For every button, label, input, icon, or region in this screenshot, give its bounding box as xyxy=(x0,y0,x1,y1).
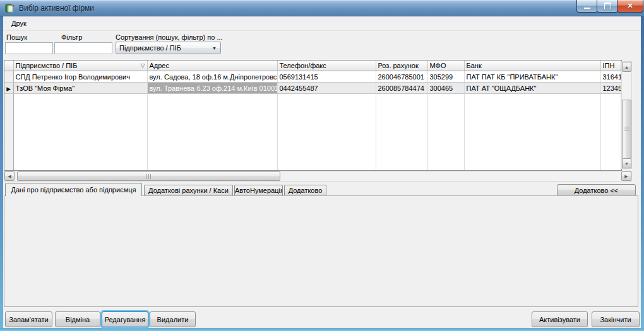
vertical-scrollbar[interactable]: ▲ ▼ xyxy=(621,61,632,169)
scroll-right-icon: ▶ xyxy=(624,174,628,179)
edit-button[interactable]: Редагування xyxy=(102,311,148,327)
col-header-address[interactable]: Адрес xyxy=(147,61,277,71)
activate-button[interactable]: Активізувати xyxy=(532,311,588,327)
scroll-up-icon: ▲ xyxy=(624,65,629,69)
col-header-bank[interactable]: Банк xyxy=(464,61,600,71)
filter-label: Фільтр xyxy=(61,33,82,41)
cell-account[interactable]: 260085784474 xyxy=(376,83,427,94)
tab-company-data[interactable]: Дані про підприємство або підприємця xyxy=(5,183,142,196)
cell-phone[interactable]: 0569131415 xyxy=(277,71,376,83)
scroll-left-icon: ◀ xyxy=(8,174,11,179)
cancel-button[interactable]: Відміна xyxy=(55,311,100,327)
scroll-right-button[interactable]: ▶ xyxy=(621,171,631,181)
col-header-phone[interactable]: Телефон/факс xyxy=(277,61,376,71)
finish-button[interactable]: Закінчити xyxy=(592,311,640,327)
title-bar[interactable]: Вибір активної фірми ✕ xyxy=(0,0,644,16)
cell-name[interactable]: ТзОВ "Моя Фірма" xyxy=(13,83,147,94)
window-title: Вибір активної фірми xyxy=(19,4,94,13)
col-header-account[interactable]: Роз. рахунок xyxy=(376,61,427,71)
thumb-grip-icon xyxy=(624,127,629,132)
current-row-marker-icon: ▶ xyxy=(6,86,11,92)
row-selector-cell: ▶ xyxy=(4,83,13,94)
company-details-panel xyxy=(4,195,638,307)
delete-button[interactable]: Видалити xyxy=(150,311,196,327)
sort-combobox[interactable]: Підприємство / ПІБ ▼ xyxy=(116,42,221,54)
sort-label: Сортування (пошук, фільтр) по ... xyxy=(116,33,223,41)
scroll-down-icon: ▼ xyxy=(624,161,629,166)
col-header-name[interactable]: Підприємство / ПІБ ▽ xyxy=(13,61,147,71)
horizontal-scrollbar-thumb[interactable] xyxy=(17,171,280,181)
maximize-icon xyxy=(604,3,611,9)
cell-phone[interactable]: 0442455487 xyxy=(277,83,376,94)
tab-autonumbering[interactable]: АвтоНумерація xyxy=(234,185,283,195)
sort-combobox-value: Підприємство / ПІБ xyxy=(119,44,181,52)
col-header-ipn[interactable]: ІПН xyxy=(600,61,621,71)
cell-mfo[interactable]: 300465 xyxy=(427,83,464,94)
menu-bar: Друк xyxy=(3,17,641,31)
close-button[interactable]: ✕ xyxy=(617,0,643,13)
scroll-up-button[interactable]: ▲ xyxy=(622,62,631,72)
thumb-grip-icon xyxy=(146,174,152,179)
horizontal-scrollbar[interactable]: ◀ ▶ xyxy=(4,171,632,182)
minimize-icon xyxy=(584,8,590,9)
window-border-bottom xyxy=(0,328,644,331)
col-header-mfo[interactable]: МФО xyxy=(427,61,464,71)
row-selector-cell xyxy=(4,71,13,83)
chevron-down-icon: ▼ xyxy=(212,46,217,50)
cell-account[interactable]: 260046785001 xyxy=(376,71,427,83)
cell-mfo[interactable]: 305299 xyxy=(427,71,464,83)
grid-empty-area xyxy=(4,94,621,171)
tab-extra-accounts[interactable]: Додаткові рахунки / Каси xyxy=(144,185,233,195)
row-selector-header xyxy=(4,61,13,71)
search-input[interactable] xyxy=(5,42,53,54)
cell-bank[interactable]: ПАТ АТ "ОЩАДБАНК" xyxy=(464,83,600,94)
table-row-selected[interactable]: ▶ ТзОВ "Моя Фірма" вул. Травнева б.23 оф… xyxy=(4,83,621,94)
cell-bank[interactable]: ПАТ ПАТ КБ "ПРИВАТБАНК" xyxy=(464,71,600,83)
save-button[interactable]: Запам'ятати xyxy=(5,311,52,327)
cell-name[interactable]: СПД Петренко Ігор Володимирович xyxy=(13,71,147,83)
select-active-firm-window: Вибір активної фірми ✕ Друк Пошук Фільтр… xyxy=(0,0,644,331)
menu-print[interactable]: Друк xyxy=(8,18,30,28)
cell-address-focused[interactable]: вул. Травнева б.23 оф.214 м.Київ 01001 xyxy=(147,83,277,94)
collapse-additional-button[interactable]: Додатково << xyxy=(557,184,636,196)
scroll-down-button[interactable]: ▼ xyxy=(622,158,631,168)
close-icon: ✕ xyxy=(627,2,633,10)
app-icon xyxy=(5,3,15,13)
tab-additional[interactable]: Додатково xyxy=(284,185,326,195)
sort-indicator-icon: ▽ xyxy=(141,62,145,69)
maximize-button[interactable] xyxy=(597,0,618,13)
vertical-scrollbar-thumb[interactable] xyxy=(622,100,631,159)
minimize-button[interactable] xyxy=(576,0,598,13)
scroll-left-button[interactable]: ◀ xyxy=(4,171,15,181)
filter-input[interactable] xyxy=(54,42,112,54)
companies-grid[interactable]: Підприємство / ПІБ ▽ Адрес Телефон/факс … xyxy=(4,60,622,171)
cell-address[interactable]: вул. Садова, 18 оф.16 м.Дніпропетровсь xyxy=(147,71,277,83)
search-label: Пошук xyxy=(6,33,27,41)
cell-ipn[interactable]: 31641 xyxy=(600,71,621,83)
table-row[interactable]: СПД Петренко Ігор Володимирович вул. Сад… xyxy=(4,71,621,83)
window-border-right xyxy=(641,16,644,328)
cell-ipn[interactable]: 12345 xyxy=(600,83,621,94)
grid-header-row: Підприємство / ПІБ ▽ Адрес Телефон/факс … xyxy=(4,61,621,71)
